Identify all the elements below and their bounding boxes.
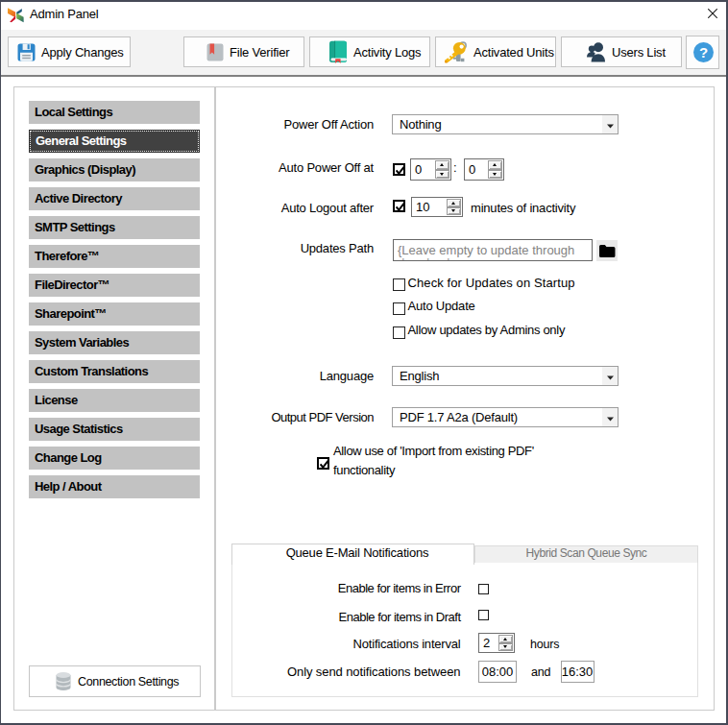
svg-text:?: ?	[699, 44, 708, 60]
